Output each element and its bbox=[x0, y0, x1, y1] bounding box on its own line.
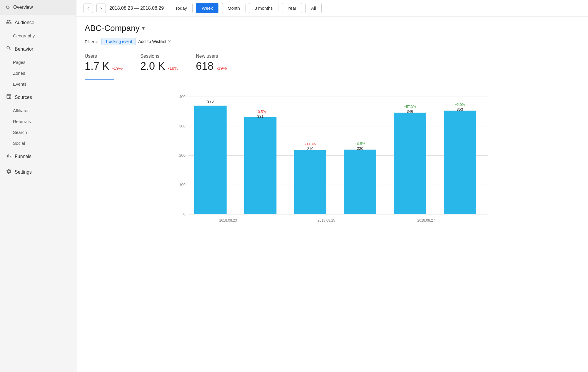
svg-text:+0.5%: +0.5% bbox=[355, 142, 365, 146]
sidebar-item-social[interactable]: Social bbox=[0, 138, 76, 149]
sidebar: ⟳ Overview Audience Geography Behavior P… bbox=[0, 0, 76, 372]
metric-sessions-change: -19% bbox=[168, 66, 178, 71]
svg-text:400: 400 bbox=[179, 94, 186, 99]
metric-users: Users 1.7 K -19% bbox=[85, 54, 123, 72]
metric-new-users-label: New users bbox=[196, 54, 227, 59]
sidebar-item-label: Pages bbox=[13, 60, 26, 65]
metric-sessions: Sessions 2.0 K -19% bbox=[140, 54, 178, 72]
chart-container: 400 300 200 100 0 370 -10.5% 331 -33.8% … bbox=[85, 85, 580, 226]
period-year[interactable]: Year bbox=[282, 3, 302, 13]
filter-tracking-event[interactable]: Tracking event bbox=[101, 38, 136, 45]
bar-5[interactable] bbox=[444, 111, 476, 214]
period-3months[interactable]: 3 months bbox=[249, 3, 278, 13]
filters-row: Filters: Tracking event Add To Wishlist … bbox=[85, 38, 580, 45]
svg-text:353: 353 bbox=[457, 107, 463, 112]
bar-chart: 400 300 200 100 0 370 -10.5% 331 -33.8% … bbox=[85, 85, 580, 226]
svg-text:-10.5%: -10.5% bbox=[255, 110, 266, 114]
svg-text:346: 346 bbox=[407, 109, 413, 114]
sidebar-item-overview[interactable]: ⟳ Overview bbox=[0, 0, 76, 15]
company-title: ABC-Company bbox=[85, 24, 140, 33]
sidebar-item-funnels[interactable]: Funnels bbox=[0, 149, 76, 164]
metric-new-users: New users 618 -19% bbox=[196, 54, 227, 72]
metric-sessions-value: 2.0 K bbox=[140, 60, 165, 72]
filter-close-button[interactable]: × bbox=[168, 39, 171, 44]
metric-new-users-value: 618 bbox=[196, 60, 213, 72]
sidebar-item-label: Sources bbox=[15, 95, 32, 100]
sidebar-item-label: Audience bbox=[15, 20, 34, 25]
filter-value-text: Add To Wishlist bbox=[138, 39, 166, 44]
svg-text:2018.08.25: 2018.08.25 bbox=[318, 218, 335, 222]
metric-users-value-row: 1.7 K -19% bbox=[85, 60, 123, 72]
sidebar-item-label: Behavior bbox=[15, 46, 33, 52]
svg-text:100: 100 bbox=[179, 182, 186, 187]
svg-text:220: 220 bbox=[357, 146, 363, 151]
svg-text:2018.08.23: 2018.08.23 bbox=[219, 218, 237, 222]
settings-icon bbox=[6, 168, 12, 176]
period-month[interactable]: Month bbox=[222, 3, 245, 13]
sidebar-item-label: Search bbox=[13, 130, 27, 135]
company-header: ABC-Company ▾ bbox=[85, 24, 580, 33]
period-today[interactable]: Today bbox=[170, 3, 193, 13]
bar-4[interactable] bbox=[394, 113, 426, 214]
sidebar-item-geography[interactable]: Geography bbox=[0, 30, 76, 41]
funnels-icon bbox=[6, 153, 12, 160]
sidebar-item-label: Overview bbox=[13, 5, 33, 10]
behavior-icon bbox=[6, 45, 12, 53]
page-content: ABC-Company ▾ Filters: Tracking event Ad… bbox=[76, 16, 588, 372]
sidebar-item-audience[interactable]: Audience bbox=[0, 15, 76, 30]
metric-users-change: -19% bbox=[112, 66, 123, 71]
metric-sessions-value-row: 2.0 K -19% bbox=[140, 60, 178, 72]
sidebar-item-referrals[interactable]: Referrals bbox=[0, 116, 76, 127]
svg-text:300: 300 bbox=[179, 124, 186, 128]
audience-icon bbox=[6, 19, 12, 26]
bar-0[interactable] bbox=[194, 106, 227, 214]
sidebar-item-affiliates[interactable]: Affiliates bbox=[0, 105, 76, 116]
sidebar-item-label: Referrals bbox=[13, 119, 31, 124]
metric-users-label: Users bbox=[85, 54, 123, 59]
sidebar-item-behavior[interactable]: Behavior bbox=[0, 41, 76, 57]
next-button[interactable]: › bbox=[96, 4, 106, 13]
metric-users-value: 1.7 K bbox=[85, 60, 109, 72]
topbar: ‹ › 2018.08.23 — 2018.08.29 Today Week M… bbox=[76, 0, 588, 16]
sidebar-item-events[interactable]: Events bbox=[0, 79, 76, 89]
bar-3[interactable] bbox=[344, 150, 376, 215]
sidebar-item-label: Settings bbox=[15, 170, 32, 175]
filters-label: Filters: bbox=[85, 39, 98, 44]
filter-value: Add To Wishlist × bbox=[138, 39, 171, 44]
sidebar-item-settings[interactable]: Settings bbox=[0, 164, 76, 180]
period-all[interactable]: All bbox=[305, 3, 322, 13]
sidebar-item-label: Social bbox=[13, 141, 25, 146]
sidebar-item-label: Events bbox=[13, 82, 26, 87]
metrics-row: Users 1.7 K -19% Sessions 2.0 K -19% New… bbox=[85, 54, 580, 72]
sidebar-item-label: Funnels bbox=[15, 154, 31, 159]
sidebar-item-label: Zones bbox=[13, 71, 25, 76]
sidebar-item-zones[interactable]: Zones bbox=[0, 68, 76, 79]
sidebar-item-label: Geography bbox=[13, 33, 35, 38]
tab-underline bbox=[85, 79, 114, 80]
svg-text:331: 331 bbox=[257, 114, 264, 119]
metric-new-users-change: -19% bbox=[216, 66, 227, 71]
main-content: ‹ › 2018.08.23 — 2018.08.29 Today Week M… bbox=[76, 0, 588, 372]
metric-new-users-value-row: 618 -19% bbox=[196, 60, 227, 72]
prev-button[interactable]: ‹ bbox=[83, 4, 93, 13]
sources-icon bbox=[6, 94, 12, 101]
period-week[interactable]: Week bbox=[196, 3, 218, 13]
svg-text:+57.3%: +57.3% bbox=[404, 105, 416, 109]
svg-text:2018.08.27: 2018.08.27 bbox=[417, 218, 435, 222]
sidebar-item-label: Affiliates bbox=[13, 108, 29, 113]
svg-text:200: 200 bbox=[179, 153, 186, 157]
svg-text:370: 370 bbox=[207, 99, 214, 104]
date-range: 2018.08.23 — 2018.08.29 bbox=[109, 6, 164, 11]
overview-icon: ⟳ bbox=[6, 4, 10, 11]
metric-sessions-label: Sessions bbox=[140, 54, 178, 59]
svg-text:+2.0%: +2.0% bbox=[455, 103, 465, 107]
svg-text:-33.8%: -33.8% bbox=[305, 142, 316, 146]
bar-2[interactable] bbox=[294, 150, 326, 215]
bar-1[interactable] bbox=[244, 117, 277, 214]
sidebar-item-pages[interactable]: Pages bbox=[0, 57, 76, 68]
svg-text:219: 219 bbox=[307, 147, 313, 151]
sidebar-item-search[interactable]: Search bbox=[0, 127, 76, 138]
svg-text:0: 0 bbox=[183, 212, 186, 216]
sidebar-item-sources[interactable]: Sources bbox=[0, 89, 76, 105]
company-dropdown-icon[interactable]: ▾ bbox=[142, 25, 145, 31]
